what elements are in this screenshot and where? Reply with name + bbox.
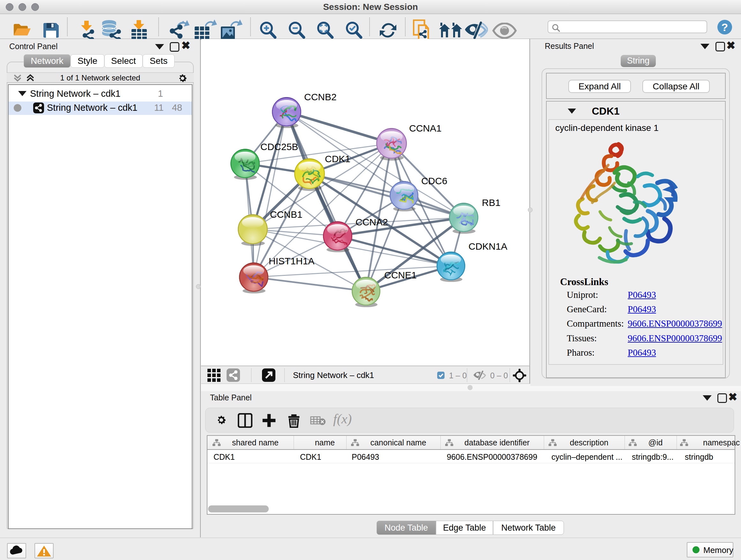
svg-text:RB1: RB1 bbox=[482, 197, 500, 208]
svg-text:CCNB2: CCNB2 bbox=[304, 91, 337, 102]
svg-text:CCNB1: CCNB1 bbox=[270, 209, 302, 220]
svg-text:CCNE1: CCNE1 bbox=[384, 270, 417, 280]
svg-text:CDC6: CDC6 bbox=[421, 176, 448, 186]
svg-text:CDKN1A: CDKN1A bbox=[468, 241, 508, 252]
svg-text:CDC25B: CDC25B bbox=[260, 141, 298, 152]
svg-text:HIST1H1A: HIST1H1A bbox=[269, 256, 314, 266]
svg-text:CDK1: CDK1 bbox=[325, 153, 350, 164]
svg-text:CCNA1: CCNA1 bbox=[409, 123, 442, 133]
svg-text:CCNA2: CCNA2 bbox=[355, 217, 388, 227]
